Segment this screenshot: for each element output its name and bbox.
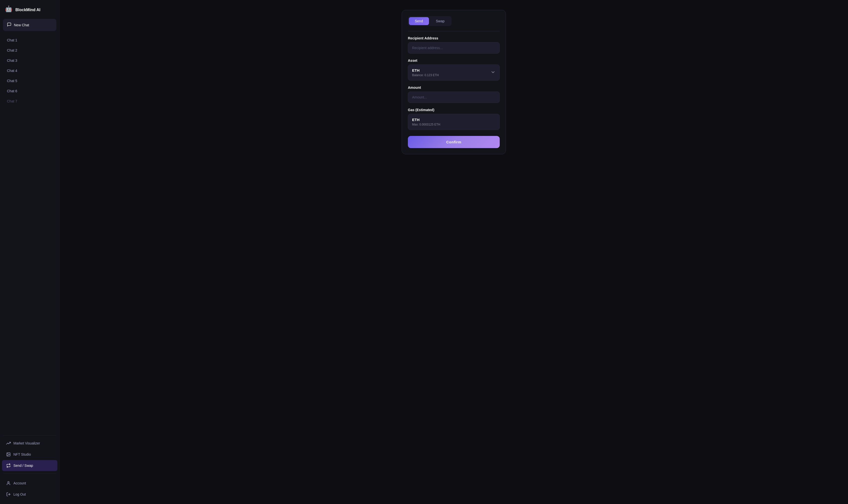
amount-label: Amount <box>408 86 500 90</box>
sidebar: 🤖 BlockMind AI New Chat Chat 1 Chat 2 Ch… <box>0 0 59 504</box>
sidebar-item-chat-5[interactable]: Chat 5 <box>3 76 56 86</box>
tab-send[interactable]: Send <box>409 17 429 25</box>
send-swap-card: Send Swap Recipient Address Asset ETH Ba… <box>402 10 506 154</box>
send-swap-icon <box>6 463 11 468</box>
main-content: Send Swap Recipient Address Asset ETH Ba… <box>59 0 848 504</box>
market-visualizer-label: Market Visualizer <box>13 441 40 445</box>
sidebar-item-market-visualizer[interactable]: Market Visualizer <box>2 438 57 449</box>
nft-studio-label: NFT Studio <box>13 452 31 456</box>
sidebar-item-chat-1[interactable]: Chat 1 <box>3 35 56 45</box>
sidebar-item-nft-studio[interactable]: NFT Studio <box>2 449 57 460</box>
gas-currency: ETH <box>412 118 496 122</box>
send-swap-label: Send / Swap <box>13 464 33 468</box>
new-chat-icon <box>7 22 12 28</box>
svg-point-1 <box>7 453 8 454</box>
sidebar-item-chat-3[interactable]: Chat 3 <box>3 56 56 66</box>
sidebar-item-chat-2[interactable]: Chat 2 <box>3 46 56 55</box>
sidebar-item-chat-7[interactable]: Chat 7 <box>3 96 56 106</box>
asset-dropdown[interactable]: ETH Balance: 0.123 ETH <box>408 65 500 80</box>
chat-list: Chat 1 Chat 2 Chat 3 Chat 4 Chat 5 Chat … <box>0 35 59 433</box>
sidebar-item-chat-6[interactable]: Chat 6 <box>3 86 56 96</box>
sidebar-item-send-swap[interactable]: Send / Swap <box>2 460 57 471</box>
app-logo: 🤖 BlockMind AI <box>0 4 59 19</box>
app-title: BlockMind AI <box>15 8 40 12</box>
tab-bar: Send Swap <box>408 16 452 26</box>
sidebar-item-account[interactable]: Account <box>2 478 57 489</box>
sidebar-item-log-out[interactable]: Log Out <box>2 489 57 500</box>
asset-label: Asset <box>408 58 500 62</box>
recipient-label: Recipient Address <box>408 36 500 40</box>
sidebar-nav: Market Visualizer NFT Studio <box>0 437 59 471</box>
log-out-label: Log Out <box>13 492 26 496</box>
gas-box: ETH Max: 0.0003125 ETH <box>408 114 500 130</box>
image-icon <box>6 452 11 457</box>
sidebar-item-chat-4[interactable]: Chat 4 <box>3 66 56 76</box>
user-icon <box>6 481 11 486</box>
confirm-button[interactable]: Confirm <box>408 136 500 148</box>
sidebar-divider-2 <box>3 473 56 473</box>
new-chat-label: New Chat <box>14 23 29 27</box>
asset-name: ETH <box>412 68 439 72</box>
log-out-icon <box>6 492 11 497</box>
trending-up-icon <box>6 441 11 446</box>
new-chat-button[interactable]: New Chat <box>3 19 56 31</box>
gas-label: Gas (Estimated) <box>408 108 500 112</box>
account-label: Account <box>13 481 26 485</box>
tab-swap[interactable]: Swap <box>430 17 451 25</box>
asset-info: ETH Balance: 0.123 ETH <box>412 68 439 77</box>
svg-point-2 <box>8 482 9 483</box>
card-divider <box>408 31 500 31</box>
asset-balance: Balance: 0.123 ETH <box>412 73 439 77</box>
chevron-down-icon <box>490 70 496 76</box>
logo-icon: 🤖 <box>5 6 13 14</box>
amount-input[interactable] <box>408 91 500 103</box>
gas-max: Max: 0.0003125 ETH <box>412 123 496 126</box>
sidebar-bottom-nav: Account Log Out <box>0 475 59 500</box>
recipient-input[interactable] <box>408 42 500 54</box>
